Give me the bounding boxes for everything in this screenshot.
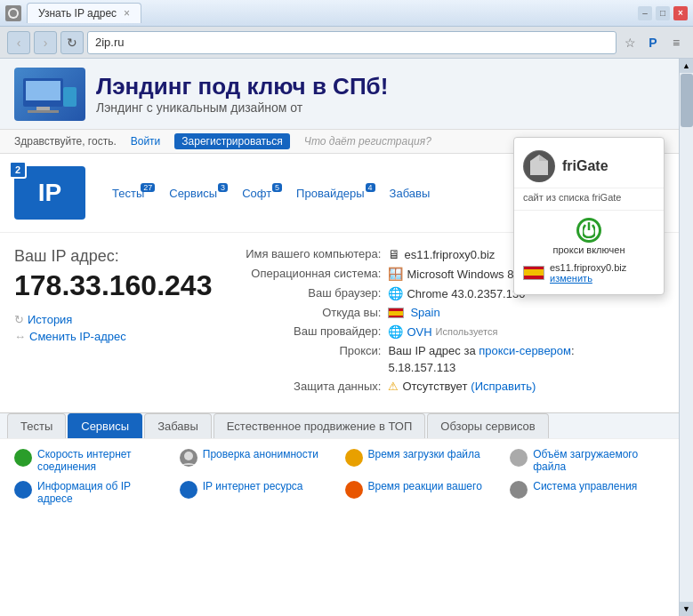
service-mgmt-link[interactable]: Система управления [533, 480, 637, 492]
label-proxy: Прокси: [230, 344, 381, 357]
service-anon: Проверка анонимности [180, 448, 334, 473]
forward-button[interactable]: › [34, 31, 57, 54]
service-speed-link[interactable]: Скорость интернет соединения [37, 448, 169, 473]
register-info-link[interactable]: Что даёт регистрация? [304, 135, 431, 148]
bookmark-icon[interactable]: ☆ [620, 33, 640, 52]
label-hostname: Имя вашего компьютера: [230, 247, 381, 260]
frigate-flag-row: es11.friproxy0.biz изменить [514, 259, 664, 287]
address-bar[interactable]: 2ip.ru [87, 31, 616, 54]
fix-link[interactable]: (Исправить) [471, 380, 536, 393]
service-icon-mgmt [510, 481, 528, 499]
service-icon-anon [180, 449, 197, 467]
info-row-protection: Защита данных: ⚠ Отсутствует (Исправить) [230, 380, 665, 393]
svg-point-9 [184, 452, 193, 460]
nav-tests[interactable]: 27 Тесты [100, 180, 157, 207]
spain-flag-icon [523, 266, 544, 280]
service-filesize: Объём загружаемого файла [510, 448, 665, 473]
ovh-link[interactable]: OVH [407, 325, 431, 339]
tab-seo[interactable]: Естественное продвижение в ТОП [214, 413, 425, 438]
frigate-power: прокси включен [514, 214, 664, 259]
service-ipinfo-link[interactable]: Информация об IP адресе [37, 480, 169, 505]
proxy-server-link[interactable]: прокси-сервером [479, 344, 571, 357]
scroll-down-arrow[interactable]: ▼ [680, 602, 694, 616]
label-protection: Защита данных: [230, 380, 381, 393]
service-filesize-link[interactable]: Объём загружаемого файла [533, 448, 665, 473]
banner-subtitle: Лэндинг с уникальным дизайном от [96, 100, 388, 115]
info-row-location: Откуда вы: Spain [230, 306, 665, 319]
value-protection: ⚠ Отсутствует (Исправить) [388, 380, 536, 393]
left-panel: Ваш IP адрес: 178.33.160.243 ↻ История ↔… [14, 247, 212, 398]
service-ping-link[interactable]: Время реакции вашего [368, 480, 482, 492]
bottom-tabs: Тесты Сервисы Забавы Естественное продви… [0, 412, 679, 438]
svg-rect-6 [63, 87, 77, 107]
power-circle[interactable] [576, 218, 601, 243]
change-ip-link[interactable]: ↔ Сменить IP-адрес [14, 330, 212, 343]
value-browser: 🌐 Chrome 43.0.2357.130 [388, 286, 525, 300]
service-icon-ping [345, 481, 363, 499]
service-ping: Время реакции вашего [345, 480, 500, 505]
tab-tests[interactable]: Тесты [7, 413, 66, 438]
service-icon-ipresource [180, 481, 197, 499]
tab-services[interactable]: Сервисы [68, 413, 142, 438]
spain-flag-small [388, 308, 404, 318]
scroll-thumb[interactable] [681, 74, 693, 127]
tab-reviews[interactable]: Обзоры сервисов [427, 413, 548, 438]
frigate-proxy-text: es11.friproxy0.biz [550, 262, 626, 273]
p-icon[interactable]: P [643, 33, 663, 52]
close-button[interactable]: × [673, 6, 688, 20]
menu-icon[interactable]: ≡ [666, 33, 686, 52]
svg-point-1 [10, 10, 17, 17]
nav-services-label: Сервисы [169, 187, 217, 200]
browser-icon [5, 5, 21, 21]
tab-close-btn[interactable]: × [124, 7, 130, 20]
nav-providers[interactable]: 4 Провайдеры [284, 180, 376, 207]
service-loadtime-link[interactable]: Время загрузки файла [368, 448, 480, 460]
minimize-button[interactable]: – [638, 6, 652, 20]
frigate-change-link[interactable]: изменить [550, 273, 626, 284]
tab-fun[interactable]: Забавы [144, 413, 212, 438]
titlebar: Узнать IP адрес × – □ × [0, 0, 693, 27]
page-content: Лэндинг под ключ в СПб! Лэндинг с уникал… [0, 59, 679, 616]
login-link[interactable]: Войти [131, 135, 161, 148]
service-speed: Скорость интернет соединения [14, 448, 169, 473]
service-loadtime: Время загрузки файла [345, 448, 500, 473]
service-grid: Скорость интернет соединения Проверка ан… [0, 438, 679, 514]
address-text: 2ip.ru [95, 36, 608, 49]
spain-link[interactable]: Spain [410, 306, 439, 319]
frigate-name: friGate [562, 158, 608, 174]
nav-services[interactable]: 3 Сервисы [157, 180, 230, 207]
ad-banner: Лэндинг под ключ в СПб! Лэндинг с уникал… [0, 59, 679, 130]
protection-status: Отсутствует [402, 380, 467, 393]
maximize-button[interactable]: □ [656, 6, 670, 20]
back-button[interactable]: ‹ [7, 31, 30, 54]
service-icon-loadtime [345, 449, 363, 467]
nav-tests-label: Тесты [112, 187, 144, 200]
service-ipinfo: Информация об IP адресе [14, 480, 169, 505]
scroll-up-arrow[interactable]: ▲ [680, 59, 694, 73]
ip-logo-text: IP [38, 179, 61, 207]
nav-fun[interactable]: Забавы [377, 180, 443, 207]
value-hostname: 🖥 es11.friproxy0.biz [388, 247, 495, 261]
history-link[interactable]: ↻ История [14, 313, 212, 326]
register-link[interactable]: Зарегистрироваться [174, 133, 289, 149]
service-ipresource-link[interactable]: IP интернет ресурса [203, 480, 303, 492]
value-location: Spain [388, 306, 439, 319]
browser-tab[interactable]: Узнать IP адрес × [27, 3, 141, 23]
service-icon-filesize [510, 449, 528, 467]
scroll-track [680, 73, 693, 602]
nav-soft[interactable]: 5 Софт [230, 180, 284, 207]
info-row-provider: Ваш провайдер: 🌐 OVH Используется [230, 324, 665, 339]
logo-nav: 27 Тесты 3 Сервисы 5 Софт 4 Провайдеры [100, 154, 442, 232]
frigate-enabled-label: прокси включен [553, 244, 625, 255]
frigate-logo [523, 150, 555, 182]
chrome-icon: 🌐 [388, 286, 403, 300]
service-icon-speed [14, 449, 32, 467]
change-icon: ↔ [14, 330, 26, 343]
refresh-button[interactable]: ↻ [60, 31, 84, 54]
frigate-popup: friGate сайт из списка friGate прокси вк… [513, 137, 665, 295]
proxy-ip: 5.18.157.113 [388, 361, 455, 374]
service-anon-link[interactable]: Проверка анонимности [203, 448, 318, 460]
scrollbar[interactable]: ▲ ▼ [679, 59, 693, 616]
nav-providers-label: Провайдеры [296, 187, 364, 200]
svg-rect-5 [28, 110, 59, 113]
